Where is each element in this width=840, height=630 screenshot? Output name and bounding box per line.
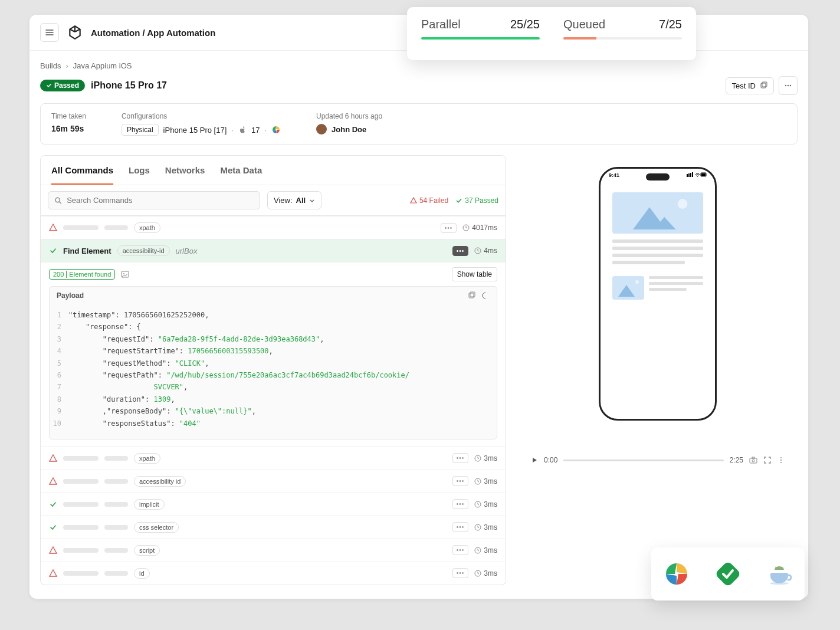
command-row-expanded[interactable]: Find Element accessibility-id urlBox •••… bbox=[41, 239, 506, 262]
breadcrumb-current: Java Appium iOS bbox=[73, 61, 132, 70]
warning-icon bbox=[49, 546, 57, 554]
frameworks-card bbox=[651, 547, 805, 601]
failed-count: 54 Failed bbox=[410, 196, 448, 205]
tab-all-commands[interactable]: All Commands bbox=[51, 156, 113, 185]
svg-rect-22 bbox=[692, 172, 693, 177]
fullscreen-icon[interactable] bbox=[763, 456, 772, 464]
warning-icon bbox=[49, 569, 57, 578]
passed-count: 37 Passed bbox=[455, 196, 498, 205]
command-row[interactable]: id•••3ms bbox=[41, 562, 506, 585]
svg-rect-19 bbox=[687, 174, 688, 177]
logo-icon bbox=[66, 24, 84, 41]
stats-card: Parallel 25/25 Queued 7/25 bbox=[407, 7, 696, 60]
svg-point-2 bbox=[785, 85, 786, 86]
player-total: 2:25 bbox=[730, 456, 743, 464]
row-more[interactable]: ••• bbox=[452, 453, 469, 463]
command-row[interactable]: script•••3ms bbox=[41, 539, 506, 562]
command-row[interactable]: xpath ••• 4017ms bbox=[41, 216, 506, 239]
command-list: xpath ••• 4017ms Find Element accessibil… bbox=[40, 216, 506, 585]
svg-point-4 bbox=[790, 85, 791, 86]
status-pill: 200Element found bbox=[49, 269, 115, 280]
breadcrumb-root[interactable]: Builds bbox=[40, 61, 61, 70]
row-more[interactable]: ••• bbox=[452, 568, 469, 578]
row-more[interactable]: ••• bbox=[452, 522, 469, 532]
command-row[interactable]: implicit•••3ms bbox=[41, 493, 506, 516]
image-icon[interactable] bbox=[121, 270, 129, 278]
parallel-value: 25/25 bbox=[510, 18, 540, 31]
selector-value: urlBox bbox=[176, 247, 198, 255]
search-icon bbox=[54, 196, 62, 205]
clock-icon bbox=[474, 570, 481, 577]
svg-rect-0 bbox=[761, 83, 766, 88]
tab-logs[interactable]: Logs bbox=[129, 156, 150, 185]
row-more[interactable]: ••• bbox=[441, 223, 457, 233]
avatar bbox=[316, 124, 327, 134]
svg-point-3 bbox=[788, 85, 789, 86]
tabs: All Commands Logs Networks Meta Data bbox=[41, 156, 506, 185]
queued-label: Queued bbox=[563, 18, 605, 31]
clock-icon bbox=[474, 524, 481, 531]
selector-tag: script bbox=[134, 545, 160, 556]
apple-icon bbox=[238, 126, 247, 134]
clock-icon bbox=[462, 224, 470, 231]
command-label: Find Element bbox=[63, 247, 111, 255]
play-icon[interactable] bbox=[531, 457, 538, 464]
svg-point-30 bbox=[635, 280, 639, 284]
player-current: 0:00 bbox=[544, 456, 557, 464]
more-button[interactable] bbox=[779, 76, 798, 95]
menu-button[interactable] bbox=[40, 23, 59, 42]
chevron-down-icon bbox=[309, 198, 315, 204]
test-id-button[interactable]: Test ID bbox=[726, 77, 774, 94]
clock-icon bbox=[474, 501, 481, 508]
user-name: John Doe bbox=[332, 125, 366, 134]
search-input[interactable] bbox=[48, 191, 260, 209]
updated-label: Updated 6 hours ago bbox=[316, 112, 382, 120]
show-table-button[interactable]: Show table bbox=[452, 267, 497, 281]
selector-tag: id bbox=[134, 568, 150, 579]
warning-icon bbox=[410, 197, 417, 204]
row-more[interactable]: ••• bbox=[452, 246, 469, 256]
command-row[interactable]: xpath•••3ms bbox=[41, 447, 506, 470]
warning-icon bbox=[49, 224, 57, 232]
row-more[interactable]: ••• bbox=[452, 545, 469, 555]
tab-metadata[interactable]: Meta Data bbox=[220, 156, 262, 185]
tab-networks[interactable]: Networks bbox=[165, 156, 205, 185]
player-track[interactable] bbox=[563, 460, 723, 461]
command-row[interactable]: css selector•••3ms bbox=[41, 516, 506, 539]
status-icons bbox=[687, 172, 707, 178]
duration: 3ms bbox=[474, 569, 497, 578]
parallel-label: Parallel bbox=[421, 18, 461, 31]
clock-icon bbox=[474, 547, 481, 554]
svg-point-35 bbox=[780, 460, 782, 461]
svg-point-23 bbox=[697, 176, 698, 177]
svg-rect-31 bbox=[750, 458, 757, 463]
row-more[interactable]: ••• bbox=[452, 499, 469, 509]
row-more[interactable]: ••• bbox=[452, 476, 469, 486]
copy-icon[interactable] bbox=[467, 291, 475, 300]
theme-icon[interactable] bbox=[481, 291, 490, 300]
check-icon bbox=[46, 83, 52, 88]
command-row[interactable]: accessibility id•••3ms bbox=[41, 470, 506, 493]
warning-icon bbox=[49, 477, 57, 485]
hamburger-icon bbox=[45, 28, 54, 37]
svg-rect-20 bbox=[688, 173, 690, 177]
selector-tag: implicit bbox=[134, 499, 165, 510]
svg-rect-33 bbox=[752, 457, 754, 458]
selector-tag: xpath bbox=[134, 222, 160, 233]
session-title: iPhone 15 Pro 17 bbox=[91, 80, 167, 91]
svg-rect-21 bbox=[690, 173, 691, 177]
queued-value: 7/25 bbox=[659, 18, 682, 31]
selector-type: accessibility-id bbox=[117, 245, 170, 256]
dots-icon bbox=[784, 81, 792, 90]
view-dropdown[interactable]: View: All bbox=[267, 191, 321, 209]
clock-icon bbox=[474, 478, 481, 485]
placeholder-image bbox=[612, 192, 703, 234]
config-os: 17 bbox=[251, 126, 260, 134]
camera-icon[interactable] bbox=[749, 456, 757, 464]
check-icon bbox=[49, 523, 57, 531]
code-block: 1"timestamp": 1705665601625252000,2 "res… bbox=[50, 304, 497, 439]
duration: 3ms bbox=[474, 500, 497, 508]
more-icon[interactable] bbox=[777, 457, 785, 464]
svg-point-28 bbox=[678, 199, 688, 209]
duration: 4017ms bbox=[462, 224, 497, 232]
